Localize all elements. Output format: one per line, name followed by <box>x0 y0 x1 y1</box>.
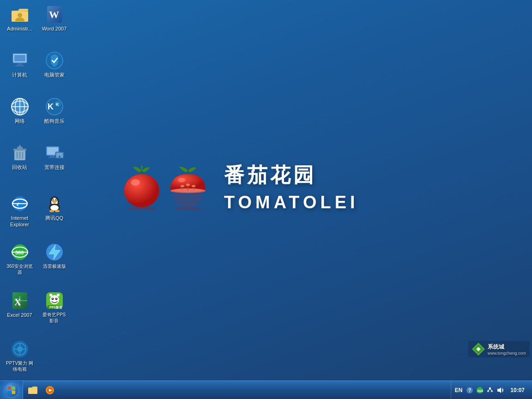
antivirus-icon: 360 <box>476 387 484 394</box>
desktop-icon-ie[interactable]: e InternetExplorer <box>2 192 37 231</box>
xunlei-icon <box>45 243 64 261</box>
desktop-icon-pptv[interactable]: PPTV聚力 网络电视 <box>2 337 37 375</box>
desktop-icon-xunlei[interactable]: 迅雷极速版 <box>37 240 72 272</box>
whole-tomato-icon <box>120 164 164 210</box>
antivirus-tray[interactable]: 360 <box>476 387 484 394</box>
svg-point-2 <box>18 13 22 18</box>
xunlei-label: 迅雷极速版 <box>43 263 66 269</box>
volume-icon <box>496 387 504 394</box>
svg-point-37 <box>59 156 60 157</box>
svg-rect-119 <box>489 387 491 389</box>
svg-point-97 <box>186 184 190 186</box>
svg-point-46 <box>52 200 53 201</box>
svg-text:360: 360 <box>477 389 484 393</box>
taskbar-quicklaunch <box>23 383 451 398</box>
language-label: EN <box>455 387 463 393</box>
administrator-icon <box>11 5 29 24</box>
taskbar-tray: EN ? 360 <box>451 381 532 399</box>
language-indicator[interactable]: EN <box>455 387 464 393</box>
media-player-icon <box>45 385 55 395</box>
svg-rect-110 <box>28 388 37 394</box>
iqiyi-label: 爱奇艺PPS影音 <box>42 312 66 324</box>
pptv-icon <box>11 340 29 358</box>
qqmusic-label: 酷狗音乐 <box>44 118 65 124</box>
corner-watermark: 系统城 www.tongcheng.com <box>468 341 530 357</box>
pcmanager-icon <box>45 51 64 70</box>
svg-point-86 <box>124 174 159 207</box>
explorer-icon <box>28 385 38 395</box>
half-tomato-icon <box>166 164 210 210</box>
computer-label: 计算机 <box>12 72 27 78</box>
svg-text:360: 360 <box>15 250 24 255</box>
taskbar-media-button[interactable] <box>42 383 57 398</box>
svg-point-98 <box>192 185 195 187</box>
desktop-icon-recycle[interactable]: 回收站 <box>2 141 37 173</box>
desktop-icon-network[interactable]: 网络 <box>2 95 37 127</box>
start-button[interactable] <box>0 381 23 399</box>
help-button[interactable]: ? <box>466 387 473 394</box>
svg-point-47 <box>55 200 57 201</box>
svg-rect-106 <box>12 387 15 390</box>
svg-text:e: e <box>17 200 19 207</box>
desktop-icon-administrator[interactable]: Administr... <box>2 2 37 35</box>
qq-icon <box>45 194 64 213</box>
pcmanager-label: 电脑管家 <box>44 72 65 78</box>
network-label: 网络 <box>15 118 25 124</box>
svg-point-96 <box>181 185 184 187</box>
network-icon <box>11 97 29 116</box>
broadband-icon <box>45 144 64 162</box>
network-tray-icon <box>486 387 494 394</box>
svg-point-48 <box>53 200 56 203</box>
broadband-label: 宽带连接 <box>44 164 65 170</box>
volume-tray[interactable] <box>496 387 504 394</box>
desktop-icon-pcmanager[interactable]: 电脑管家 <box>37 48 72 81</box>
corner-logo-line2: www.tongcheng.com <box>488 351 526 356</box>
svg-rect-33 <box>50 156 54 157</box>
corner-logo-icon <box>472 343 485 356</box>
wallpaper-brand-section: 番茄花园 TOMATOLEI <box>120 162 359 212</box>
recycle-label: 回收站 <box>12 164 27 170</box>
desktop-icon-qqmusic[interactable]: K K 酷狗音乐 <box>37 95 72 127</box>
svg-point-87 <box>131 179 140 186</box>
svg-rect-11 <box>14 55 25 61</box>
desktop-icon-360browser[interactable]: 360 360安全浏览器 <box>2 240 37 278</box>
computer-icon <box>11 51 29 70</box>
ie-label: InternetExplorer <box>10 215 29 228</box>
svg-point-51 <box>49 210 54 212</box>
brand-en-text: TOMATOLEI <box>224 193 359 212</box>
pptv-label: PPTV聚力 网络电视 <box>6 360 33 372</box>
taskbar-clock[interactable]: 10:07 <box>507 381 528 399</box>
desktop-icon-broadband[interactable]: 宽带连接 <box>37 141 72 173</box>
excel2007-label: Excel 2007 <box>7 312 32 318</box>
excel2007-icon: X <box>11 291 29 310</box>
corner-logo-line1: 系统城 <box>488 343 526 351</box>
desktop-icon-iqiyi[interactable]: PPS影音 爱奇艺PPS影音 <box>37 289 72 326</box>
tomato-graphics <box>120 164 210 210</box>
svg-line-123 <box>490 389 492 390</box>
desktop: Administr... W Word 2007 <box>0 0 532 381</box>
taskbar: EN ? 360 <box>0 381 532 399</box>
help-icon: ? <box>466 387 473 394</box>
svg-point-69 <box>52 298 53 299</box>
desktop-icon-excel2007[interactable]: X Excel 2007 <box>2 289 37 321</box>
desktop-icon-word2007[interactable]: W Word 2007 <box>37 2 72 35</box>
svg-rect-34 <box>48 157 56 158</box>
svg-text:PPS影音: PPS影音 <box>49 305 62 309</box>
svg-rect-108 <box>12 391 15 394</box>
svg-rect-9 <box>17 63 23 65</box>
word2007-label: Word 2007 <box>42 25 67 32</box>
svg-point-50 <box>50 205 59 211</box>
desktop-icon-computer[interactable]: 计算机 <box>2 48 37 81</box>
windows-logo-icon <box>7 386 16 395</box>
brand-text-group: 番茄花园 TOMATOLEI <box>224 162 359 212</box>
iqiyi-icon: PPS影音 <box>45 291 64 310</box>
network-tray[interactable] <box>486 387 494 394</box>
taskbar-explorer-button[interactable] <box>25 383 40 398</box>
time-display: 10:07 <box>510 387 525 393</box>
svg-rect-107 <box>8 391 11 394</box>
svg-point-100 <box>174 207 202 210</box>
desktop-icon-qq[interactable]: 腾讯QQ <box>37 192 72 224</box>
qq-label: 腾讯QQ <box>45 215 63 221</box>
svg-rect-10 <box>15 65 24 66</box>
svg-marker-124 <box>497 387 501 393</box>
